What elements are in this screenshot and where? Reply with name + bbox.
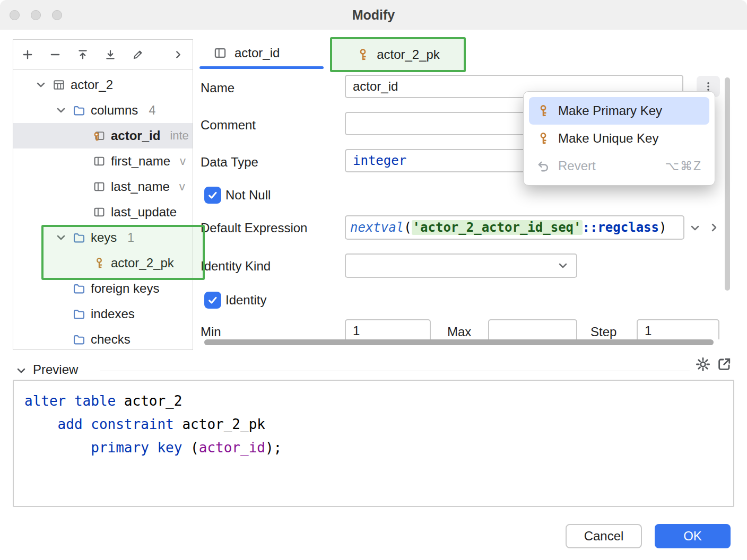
tree-item-label: keys xyxy=(91,230,117,245)
object-tree: actor_2 columns 4 actor_id inte first_na… xyxy=(13,70,193,350)
sql-preview-box: alter table actor_2 add constraint actor… xyxy=(13,380,734,507)
chevron-down-icon[interactable] xyxy=(689,222,701,234)
menu-item-shortcut: ⌥⌘Z xyxy=(665,159,702,173)
undo-icon xyxy=(536,159,550,173)
data-type-value: integer xyxy=(353,153,406,168)
tree-item-actor-id[interactable]: actor_id inte xyxy=(13,123,193,148)
menu-item-label: Revert xyxy=(558,159,596,173)
count-badge: 4 xyxy=(149,103,155,118)
expr-token: 'actor_2_actor_id_seq' xyxy=(412,220,583,235)
identity-checkbox[interactable] xyxy=(204,292,221,309)
column-icon xyxy=(93,155,106,168)
min-field[interactable]: 1 xyxy=(345,319,431,339)
titlebar: Modify xyxy=(0,0,747,30)
tree-item-keys[interactable]: keys 1 xyxy=(13,225,193,250)
expr-token: nextval xyxy=(350,220,404,235)
tree-item-label: indexes xyxy=(91,307,135,321)
remove-button[interactable] xyxy=(49,49,61,60)
modify-dialog: Modify actor_2 columns 4 xyxy=(0,0,747,560)
vertical-scrollbar[interactable] xyxy=(725,77,730,291)
step-label: Step xyxy=(590,325,616,339)
key-icon xyxy=(536,132,550,145)
tree-item-checks[interactable]: checks xyxy=(13,327,193,350)
horizontal-scrollbar[interactable] xyxy=(204,339,714,345)
chevron-down-icon[interactable] xyxy=(55,231,67,244)
tree-toolbar xyxy=(13,40,193,70)
add-button[interactable] xyxy=(22,49,33,60)
tree-item-first-name[interactable]: first_name v xyxy=(13,148,193,174)
type-suffix: v xyxy=(180,154,186,168)
preview-collapse-chevron-icon[interactable] xyxy=(15,364,28,377)
folder-icon xyxy=(73,231,85,244)
structure-tree-panel: actor_2 columns 4 actor_id inte first_na… xyxy=(13,39,193,350)
menu-item-revert[interactable]: Revert ⌥⌘Z xyxy=(529,152,709,180)
tree-item-label: columns xyxy=(91,103,138,118)
menu-item-label: Make Unique Key xyxy=(558,131,658,146)
cancel-button[interactable]: Cancel xyxy=(566,524,642,548)
default-expression-field[interactable]: nextval('actor_2_actor_id_seq'::regclass… xyxy=(345,215,684,240)
folder-icon xyxy=(73,282,85,295)
tree-item-label: checks xyxy=(91,332,131,347)
name-label: Name xyxy=(201,81,234,95)
chevron-right-icon[interactable] xyxy=(708,221,720,234)
tree-item-label: actor_2 xyxy=(71,77,113,92)
column-icon xyxy=(93,206,106,218)
tree-item-label: last_update xyxy=(111,205,177,220)
expr-token: ) xyxy=(659,220,666,235)
tab-label: actor_id xyxy=(234,46,280,60)
tab-actor-2-pk[interactable]: actor_2_pk xyxy=(330,37,466,72)
chevron-right-icon[interactable] xyxy=(172,49,184,60)
code-line: alter table actor_2 xyxy=(24,389,733,413)
expr-token: ( xyxy=(404,220,411,235)
tree-item-foreign-keys[interactable]: foreign keys xyxy=(13,276,193,301)
zoom-window-button[interactable] xyxy=(52,10,62,20)
max-field[interactable] xyxy=(488,319,577,339)
not-null-label: Not Null xyxy=(225,188,271,203)
tab-label: actor_2_pk xyxy=(377,47,440,62)
tree-item-label: actor_2_pk xyxy=(111,256,174,270)
ok-button[interactable]: OK xyxy=(655,524,731,548)
code-line: primary key (actor_id); xyxy=(24,436,733,459)
not-null-checkbox[interactable] xyxy=(204,187,221,204)
chevron-down-icon[interactable] xyxy=(34,78,47,91)
key-column-icon xyxy=(93,129,106,142)
identity-kind-select[interactable] xyxy=(345,253,577,278)
chevron-down-icon[interactable] xyxy=(55,104,67,117)
tree-item-actor-2[interactable]: actor_2 xyxy=(13,72,193,98)
tree-item-label: last_name xyxy=(111,179,170,194)
folder-icon xyxy=(73,308,85,320)
move-down-button[interactable] xyxy=(105,49,116,60)
step-field[interactable]: 1 xyxy=(637,319,719,339)
tab-actor-id[interactable]: actor_id xyxy=(199,37,324,69)
key-context-menu: Make Primary Key Make Unique Key Revert … xyxy=(523,91,715,186)
preview-divider xyxy=(100,371,690,371)
column-icon xyxy=(93,180,106,193)
move-up-button[interactable] xyxy=(77,49,89,60)
tree-item-last-name[interactable]: last_name v xyxy=(13,174,193,199)
key-icon xyxy=(93,257,106,269)
window-title: Modify xyxy=(0,0,747,30)
expr-token: ::regclass xyxy=(583,220,659,235)
menu-item-make-primary-key[interactable]: Make Primary Key xyxy=(529,97,709,125)
tree-item-actor-2-pk[interactable]: actor_2_pk xyxy=(13,250,193,276)
code-line: add constraint actor_2_pk xyxy=(24,413,733,436)
edit-button[interactable] xyxy=(132,49,144,60)
default-expression-label: Default Expression xyxy=(201,221,307,235)
tree-item-columns[interactable]: columns 4 xyxy=(13,98,193,123)
tree-item-last-update[interactable]: last_update xyxy=(13,199,193,225)
column-editor-panel: actor_id actor_2_pk Name actor_id Commen… xyxy=(199,37,726,339)
tree-item-label: foreign keys xyxy=(91,281,159,296)
identity-label: Identity xyxy=(225,293,266,308)
close-window-button[interactable] xyxy=(10,10,20,20)
folder-icon xyxy=(73,333,85,346)
menu-item-make-unique-key[interactable]: Make Unique Key xyxy=(529,125,709,152)
gear-icon[interactable] xyxy=(695,356,711,372)
step-value: 1 xyxy=(645,323,652,338)
sql-preview-code: alter table actor_2 add constraint actor… xyxy=(14,381,733,459)
table-icon xyxy=(53,78,65,91)
open-in-editor-icon[interactable] xyxy=(716,356,732,372)
name-value: actor_id xyxy=(353,79,398,94)
minimize-window-button[interactable] xyxy=(31,10,41,20)
tree-item-indexes[interactable]: indexes xyxy=(13,301,193,327)
traffic-lights xyxy=(10,10,62,20)
